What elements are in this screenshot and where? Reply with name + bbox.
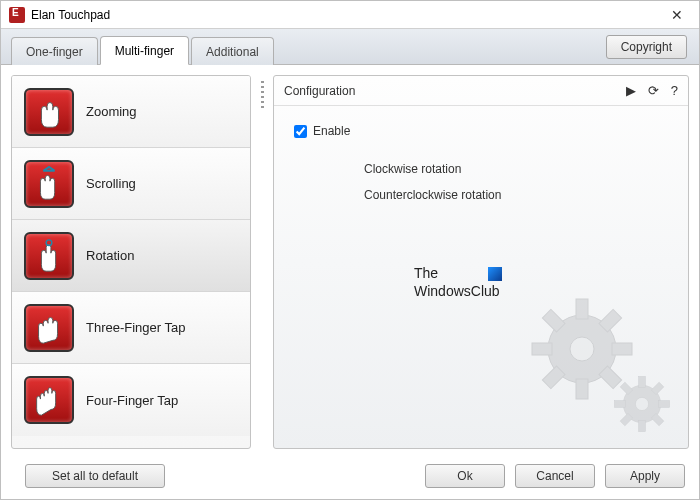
sidebar-item-label: Zooming	[86, 104, 137, 119]
gesture-list[interactable]: Zooming Scrolling	[12, 76, 250, 448]
gesture-list-panel: Zooming Scrolling	[11, 75, 251, 449]
configuration-body: Enable Clockwise rotation Counterclockwi…	[274, 106, 688, 227]
refresh-icon[interactable]: ⟳	[648, 83, 659, 98]
sidebar-item-three-finger-tap[interactable]: Three-Finger Tap	[12, 292, 250, 364]
svg-rect-2	[576, 299, 588, 319]
window-title: Elan Touchpad	[31, 8, 663, 22]
scroll-gesture-icon	[24, 160, 74, 208]
watermark-line2: WindowsClub	[414, 282, 502, 300]
set-all-default-button[interactable]: Set all to default	[25, 464, 165, 488]
close-icon[interactable]: ✕	[663, 7, 691, 23]
svg-point-20	[635, 397, 648, 410]
svg-rect-3	[576, 379, 588, 399]
option-clockwise: Clockwise rotation	[364, 156, 668, 182]
option-counterclockwise: Counterclockwise rotation	[364, 182, 668, 208]
grip-dots-icon	[261, 81, 264, 111]
apply-button[interactable]: Apply	[605, 464, 685, 488]
enable-checkbox[interactable]	[294, 125, 307, 138]
gears-decoration-icon	[512, 289, 682, 442]
app-icon	[9, 7, 25, 23]
svg-rect-12	[639, 377, 646, 388]
four-finger-tap-icon	[24, 376, 74, 424]
bottom-bar: Set all to default Ok Cancel Apply	[1, 453, 699, 499]
client-area: Zooming Scrolling	[1, 65, 699, 499]
sidebar-item-label: Four-Finger Tap	[86, 393, 178, 408]
watermark: The WindowsClub	[414, 264, 502, 300]
tab-multi-finger[interactable]: Multi-finger	[100, 36, 189, 65]
watermark-square-icon	[488, 267, 502, 281]
sidebar-item-label: Scrolling	[86, 176, 136, 191]
configuration-header-actions: ▶ ⟳ ?	[626, 83, 678, 98]
sidebar-item-zooming[interactable]: Zooming	[12, 76, 250, 148]
panels: Zooming Scrolling	[1, 65, 699, 453]
three-finger-tap-icon	[24, 304, 74, 352]
svg-rect-13	[639, 421, 646, 432]
svg-rect-5	[612, 343, 632, 355]
tabs-row: One-finger Multi-finger Additional Copyr…	[1, 29, 699, 65]
cancel-button[interactable]: Cancel	[515, 464, 595, 488]
title-bar: Elan Touchpad ✕	[1, 1, 699, 29]
play-icon[interactable]: ▶	[626, 83, 636, 98]
zoom-gesture-icon	[24, 88, 74, 136]
tab-one-finger[interactable]: One-finger	[11, 37, 98, 65]
rotation-gesture-icon	[24, 232, 74, 280]
sidebar-item-label: Rotation	[86, 248, 134, 263]
svg-rect-14	[615, 401, 626, 408]
sidebar-item-four-finger-tap[interactable]: Four-Finger Tap	[12, 364, 250, 436]
ok-button[interactable]: Ok	[425, 464, 505, 488]
window-root: Elan Touchpad ✕ One-finger Multi-finger …	[0, 0, 700, 500]
enable-label: Enable	[313, 124, 350, 138]
enable-row[interactable]: Enable	[294, 124, 668, 138]
svg-rect-15	[659, 401, 670, 408]
sidebar-item-rotation[interactable]: Rotation	[12, 220, 250, 292]
svg-rect-4	[532, 343, 552, 355]
help-icon[interactable]: ?	[671, 83, 678, 98]
tab-additional[interactable]: Additional	[191, 37, 274, 65]
splitter-handle[interactable]	[259, 75, 265, 449]
svg-point-10	[570, 337, 594, 361]
configuration-title: Configuration	[284, 84, 626, 98]
sidebar-item-scrolling[interactable]: Scrolling	[12, 148, 250, 220]
copyright-button[interactable]: Copyright	[606, 35, 687, 59]
sidebar-item-label: Three-Finger Tap	[86, 320, 185, 335]
rotation-options: Clockwise rotation Counterclockwise rota…	[364, 156, 668, 209]
configuration-header: Configuration ▶ ⟳ ?	[274, 76, 688, 106]
watermark-line1: The	[414, 265, 438, 281]
configuration-panel: Configuration ▶ ⟳ ? Enable Clockwise rot…	[273, 75, 689, 449]
